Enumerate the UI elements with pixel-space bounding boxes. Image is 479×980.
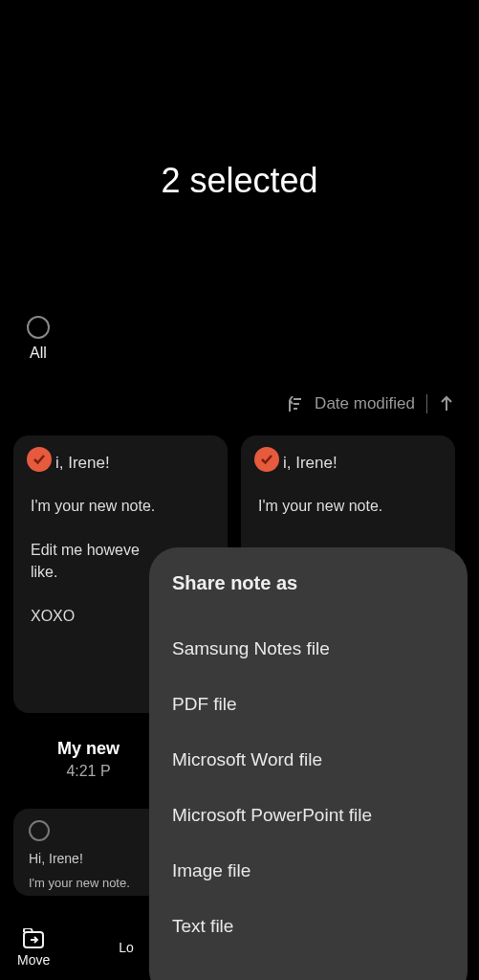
select-all-toggle[interactable]: All <box>27 316 50 362</box>
note-line: I'm your new note. <box>31 496 210 517</box>
selected-check-icon[interactable] <box>254 447 279 472</box>
share-option-pdf[interactable]: PDF file <box>172 677 445 732</box>
select-all-checkbox-icon <box>27 316 50 339</box>
note-greeting: i, Irene! <box>283 454 438 473</box>
sort-label: Date modified <box>315 394 415 413</box>
note-greeting: i, Irene! <box>55 454 210 473</box>
share-option-word[interactable]: Microsoft Word file <box>172 732 445 788</box>
share-option-samsung-notes[interactable]: Samsung Notes file <box>172 621 445 677</box>
note-line: I'm your new note. <box>258 496 438 517</box>
share-sheet-title: Share note as <box>172 572 445 594</box>
share-sheet: Share note as Samsung Notes file PDF fil… <box>149 547 468 980</box>
share-option-powerpoint[interactable]: Microsoft PowerPoint file <box>172 788 445 843</box>
share-option-image[interactable]: Image file <box>172 843 445 899</box>
note-time: 4:21 P <box>57 763 120 780</box>
page-title: 2 selected <box>0 0 479 201</box>
select-all-label: All <box>30 345 47 362</box>
lock-button[interactable]: Lo <box>119 940 134 955</box>
move-label: Move <box>17 952 50 968</box>
share-option-text[interactable]: Text file <box>172 899 445 954</box>
sort-row[interactable]: Date modified <box>286 394 454 413</box>
unselected-checkbox-icon[interactable] <box>29 820 50 841</box>
note-caption: My new 4:21 P <box>57 739 120 780</box>
divider <box>426 394 427 413</box>
arrow-up-icon[interactable] <box>439 395 454 412</box>
sort-icon <box>286 396 303 412</box>
lock-label: Lo <box>119 940 134 955</box>
selected-check-icon[interactable] <box>27 447 52 472</box>
note-name: My new <box>57 739 120 759</box>
move-button[interactable]: Move <box>17 928 50 968</box>
